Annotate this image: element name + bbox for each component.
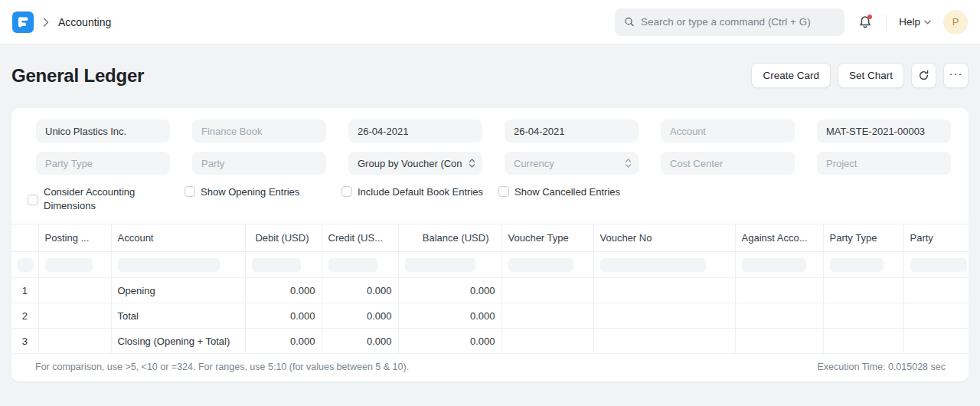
chevron-down-icon xyxy=(924,20,931,25)
column-filter-input[interactable] xyxy=(45,258,93,272)
finance-book-filter[interactable] xyxy=(192,120,326,142)
column-filter-input[interactable] xyxy=(252,258,301,272)
chevron-right-icon xyxy=(43,18,49,27)
checkbox-include-default-book-entries[interactable]: Include Default Book Entries xyxy=(341,185,498,199)
col-against-account[interactable]: Against Acco... xyxy=(735,224,823,252)
navbar-left: Accounting xyxy=(12,11,111,33)
table-row[interactable]: 2 Total 0.000 0.000 0.000 xyxy=(11,303,969,329)
cell-party xyxy=(903,278,969,303)
table-row[interactable]: 3 Closing (Opening + Total) 0.000 0.000 … xyxy=(11,329,969,354)
column-filter-input[interactable] xyxy=(910,258,967,272)
col-credit[interactable]: Credit (US... xyxy=(322,224,398,252)
column-filter-input[interactable] xyxy=(508,258,573,272)
col-debit[interactable]: Debit (USD) xyxy=(245,224,322,252)
checkbox-label: Show Cancelled Entries xyxy=(514,185,620,199)
cell-debit: 0.000 xyxy=(245,303,322,329)
cell-party-type xyxy=(823,329,903,354)
column-filter-input[interactable] xyxy=(118,258,220,272)
column-filter-input[interactable] xyxy=(18,258,33,272)
col-party[interactable]: Party xyxy=(903,224,969,252)
filter-checkboxes: Consider Accounting Dimensions Show Open… xyxy=(11,175,969,224)
cell-credit: 0.000 xyxy=(322,278,398,303)
global-search[interactable] xyxy=(615,8,844,36)
company-filter[interactable] xyxy=(36,120,170,142)
select-caret-icon xyxy=(469,158,475,169)
party-filter[interactable] xyxy=(192,152,326,175)
cell-voucher-type xyxy=(501,303,593,329)
checkbox-show-opening-entries[interactable]: Show Opening Entries xyxy=(185,185,341,199)
row-number: 3 xyxy=(11,329,38,354)
cell-account: Opening xyxy=(111,278,245,303)
cell-against-account xyxy=(735,303,823,329)
checkbox-icon[interactable] xyxy=(28,195,38,205)
cell-voucher-no xyxy=(593,303,735,329)
cell-balance: 0.000 xyxy=(398,303,501,329)
checkbox-icon[interactable] xyxy=(341,186,352,197)
search-input[interactable] xyxy=(641,16,835,28)
cost-center-filter[interactable] xyxy=(661,152,795,175)
cell-voucher-type xyxy=(501,329,593,354)
party-type-filter[interactable] xyxy=(36,152,170,175)
cell-posting-date xyxy=(38,329,111,354)
erpnext-logo-icon xyxy=(12,11,34,33)
project-filter[interactable] xyxy=(817,152,951,175)
column-filter-input[interactable] xyxy=(600,258,706,272)
help-menu[interactable]: Help xyxy=(899,16,931,28)
report-card: Consider Accounting Dimensions Show Open… xyxy=(11,108,969,381)
cell-balance: 0.000 xyxy=(398,278,501,303)
user-avatar[interactable]: P xyxy=(943,10,968,34)
cell-against-account xyxy=(735,278,823,303)
col-voucher-no[interactable]: Voucher No xyxy=(593,224,735,252)
voucher-no-filter[interactable] xyxy=(817,120,951,142)
col-voucher-type[interactable]: Voucher Type xyxy=(501,224,593,252)
checkbox-label: Consider Accounting Dimensions xyxy=(44,185,142,213)
cell-voucher-no xyxy=(593,329,735,354)
checkbox-label: Show Opening Entries xyxy=(201,185,299,199)
execution-time: Execution Time: 0.015028 sec xyxy=(818,362,946,372)
cell-posting-date xyxy=(38,303,111,329)
column-filter-input[interactable] xyxy=(328,258,377,272)
set-chart-button[interactable]: Set Chart xyxy=(838,63,904,88)
group-by-select-value[interactable] xyxy=(348,152,482,175)
cell-account: Closing (Opening + Total) xyxy=(111,329,245,354)
column-filter-input[interactable] xyxy=(742,258,806,272)
from-date-filter[interactable] xyxy=(348,120,482,142)
table-row[interactable]: 1 Opening 0.000 0.000 0.000 xyxy=(11,278,969,303)
cell-credit: 0.000 xyxy=(322,329,398,354)
notifications-bell-icon[interactable] xyxy=(857,14,874,31)
col-party-type[interactable]: Party Type xyxy=(823,224,903,252)
cell-posting-date xyxy=(38,278,111,303)
currency-select[interactable] xyxy=(505,152,639,175)
table-filter-row xyxy=(11,252,969,278)
checkbox-icon[interactable] xyxy=(185,186,195,197)
col-account[interactable]: Account xyxy=(111,224,245,252)
currency-select-value[interactable] xyxy=(505,152,639,175)
cell-credit: 0.000 xyxy=(322,303,398,329)
cell-account: Total xyxy=(111,303,245,329)
help-label: Help xyxy=(899,16,920,28)
cell-party-type xyxy=(823,303,903,329)
create-card-button[interactable]: Create Card xyxy=(751,63,831,88)
account-filter[interactable] xyxy=(661,120,795,142)
group-by-select[interactable] xyxy=(348,152,482,175)
col-balance[interactable]: Balance (USD) xyxy=(398,224,501,252)
checkbox-show-cancelled-entries[interactable]: Show Cancelled Entries xyxy=(498,185,655,199)
row-number: 1 xyxy=(11,278,38,303)
select-caret-icon xyxy=(625,158,632,169)
cell-voucher-type xyxy=(501,278,593,303)
column-filter-input[interactable] xyxy=(830,258,884,272)
cell-party xyxy=(903,329,969,354)
ellipsis-icon: ··· xyxy=(949,67,963,83)
breadcrumb-accounting[interactable]: Accounting xyxy=(58,16,111,28)
refresh-button[interactable] xyxy=(911,63,936,88)
cell-voucher-no xyxy=(593,278,735,303)
col-posting-date[interactable]: Posting ... xyxy=(38,224,111,252)
cell-debit: 0.000 xyxy=(245,278,322,303)
checkbox-icon[interactable] xyxy=(498,186,509,197)
erpnext-logo[interactable] xyxy=(12,11,34,33)
cell-party-type xyxy=(823,278,903,303)
column-filter-input[interactable] xyxy=(405,258,475,272)
to-date-filter[interactable] xyxy=(505,120,639,142)
checkbox-consider-accounting-dimensions[interactable]: Consider Accounting Dimensions xyxy=(28,185,185,213)
more-menu-button[interactable]: ··· xyxy=(943,63,969,88)
